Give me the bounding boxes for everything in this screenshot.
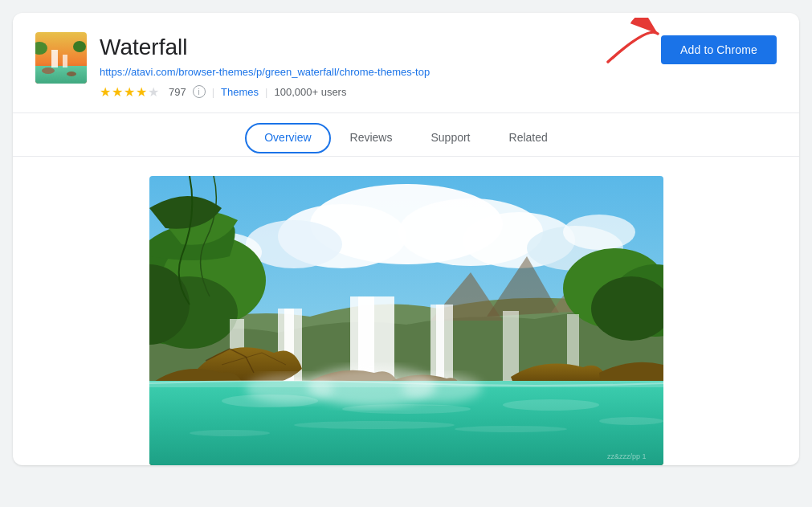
svg-rect-1 (35, 66, 87, 84)
header-left: Waterfall https://atavi.com/browser-them… (35, 32, 430, 100)
svg-point-48 (503, 399, 599, 411)
category-link[interactable]: Themes (221, 86, 259, 98)
tab-overview[interactable]: Overview (245, 123, 330, 153)
meta-row: ★ ★ ★ ★ ★ 797 i | Themes | 100,000+ user… (100, 84, 430, 100)
star-rating: ★ ★ ★ ★ ★ (100, 84, 159, 100)
waterfall-image: zz&zzz/pp 1 (149, 176, 663, 465)
arrow-container: Add to Chrome (661, 32, 777, 64)
svg-point-5 (67, 72, 76, 76)
tabs-row: Overview Reviews Support Related (13, 113, 799, 157)
svg-point-4 (42, 67, 55, 74)
separator-1: | (212, 86, 214, 98)
svg-point-55 (246, 374, 334, 403)
svg-point-7 (73, 41, 86, 52)
extension-url[interactable]: https://atavi.com/browser-themes/p/green… (100, 66, 430, 78)
separator-2: | (265, 86, 267, 98)
star-3: ★ (124, 84, 135, 100)
extension-card: Waterfall https://atavi.com/browser-them… (13, 13, 799, 465)
tab-support[interactable]: Support (411, 123, 489, 156)
svg-rect-2 (51, 50, 58, 67)
star-5: ★ (148, 84, 159, 100)
svg-text:zz&zzz/pp 1: zz&zzz/pp 1 (607, 452, 647, 460)
svg-point-50 (455, 426, 567, 432)
add-to-chrome-button[interactable]: Add to Chrome (661, 35, 777, 64)
extension-icon (35, 32, 87, 84)
svg-point-51 (190, 430, 270, 436)
svg-rect-3 (63, 55, 67, 67)
star-1: ★ (100, 84, 111, 100)
extension-title: Waterfall (100, 34, 430, 61)
svg-point-52 (599, 417, 663, 425)
svg-point-17 (563, 215, 635, 250)
header-row: Waterfall https://atavi.com/browser-them… (35, 32, 777, 100)
info-icon[interactable]: i (193, 85, 206, 98)
star-2: ★ (112, 84, 123, 100)
arrow-indicator (600, 18, 664, 66)
tab-reviews[interactable]: Reviews (331, 123, 412, 156)
users-count: 100,000+ users (274, 86, 346, 98)
svg-point-49 (294, 421, 455, 429)
svg-point-56 (402, 374, 482, 403)
tab-related[interactable]: Related (490, 123, 567, 156)
page-container: Waterfall https://atavi.com/browser-them… (0, 0, 812, 507)
rating-count: 797 (169, 86, 186, 98)
star-4: ★ (136, 84, 147, 100)
title-block: Waterfall https://atavi.com/browser-them… (100, 32, 430, 100)
content-area: zz&zzz/pp 1 (35, 157, 777, 465)
